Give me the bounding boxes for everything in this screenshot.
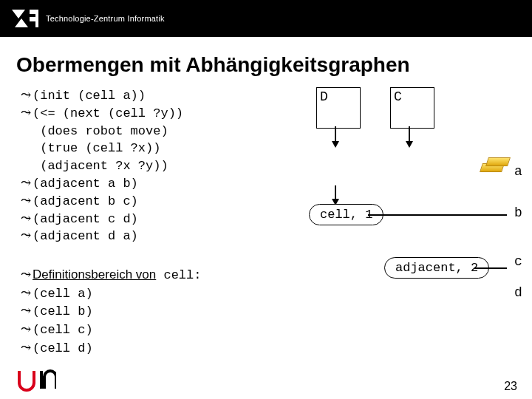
definition-text: (cell a) xyxy=(33,287,93,301)
graph-edge xyxy=(474,267,507,269)
bullet-icon: ⤳ xyxy=(21,303,33,321)
arrowhead-icon xyxy=(406,141,413,148)
definition-heading-mono: cell: xyxy=(156,268,201,282)
bullet-icon: ⤳ xyxy=(21,285,33,304)
right-label-c: c xyxy=(514,254,522,269)
graph-node-c: C xyxy=(390,87,434,129)
definition-text: (cell b) xyxy=(33,304,93,318)
bullet-icon: ⤳ xyxy=(21,87,33,105)
code-text: (adjacent d a) xyxy=(33,229,138,243)
bullet-icon: ⤳ xyxy=(21,211,33,228)
code-text: (adjacent c d) xyxy=(33,212,138,226)
code-text: (adjacent ?x ?y)) xyxy=(33,159,168,173)
svg-rect-4 xyxy=(35,10,38,27)
right-label-a: a xyxy=(514,164,522,179)
definition-line: ⤳(cell c) xyxy=(21,321,532,340)
code-text: (does robot move) xyxy=(33,124,168,138)
page-number: 23 xyxy=(504,380,517,393)
code-text: (<= (next (cell ?y)) xyxy=(33,106,183,120)
graph-edge xyxy=(368,214,507,216)
definition-heading-underlined: Definitionsbereich von xyxy=(33,267,156,282)
definition-line: ⤳(cell d) xyxy=(21,340,532,358)
dependency-graph: A B D C cell, 1 adjacent, 2 a b c d xyxy=(309,87,532,324)
code-text: (init (cell a)) xyxy=(33,89,146,103)
bullet-icon: ⤳ xyxy=(21,340,33,358)
adjacent-node-label: adjacent, 2 xyxy=(395,261,478,275)
svg-rect-5 xyxy=(40,371,43,389)
code-text: (adjacent a b) xyxy=(33,177,138,191)
gold-bars-icon xyxy=(481,157,506,172)
tzi-logo-mark xyxy=(10,7,40,30)
slide-header: Technologie-Zentrum Informatik xyxy=(0,0,532,37)
arrowhead-icon xyxy=(332,141,339,148)
slide-title: Obermengen mit Abhängigkeitsgraphen xyxy=(16,53,532,77)
bullet-icon: ⤳ xyxy=(21,228,33,245)
tzi-logo: Technologie-Zentrum Informatik xyxy=(10,7,165,30)
graph-node-d-label: D xyxy=(320,89,328,104)
adjacent-node: adjacent, 2 xyxy=(384,257,489,279)
bullet-icon: ⤳ xyxy=(21,193,33,211)
bullet-icon: ⤳ xyxy=(21,105,33,123)
code-text: (adjacent b c) xyxy=(33,194,138,208)
svg-marker-0 xyxy=(12,10,25,18)
graph-node-c-label: C xyxy=(394,89,402,104)
cell-node-label: cell, 1 xyxy=(320,208,372,222)
bullet-icon: ⤳ xyxy=(21,175,33,193)
graph-node-d: D xyxy=(316,87,361,129)
svg-marker-1 xyxy=(15,18,28,27)
bullet-icon: ⤳ xyxy=(21,321,33,340)
bullet-icon: ⤳ xyxy=(21,266,33,284)
definition-text: (cell d) xyxy=(33,341,93,355)
right-label-d: d xyxy=(514,285,522,300)
university-logo xyxy=(15,365,56,395)
definition-text: (cell c) xyxy=(33,323,93,337)
code-text: (true (cell ?x)) xyxy=(33,141,160,155)
header-org-text: Technologie-Zentrum Informatik xyxy=(46,14,165,23)
right-label-b: b xyxy=(514,205,522,220)
